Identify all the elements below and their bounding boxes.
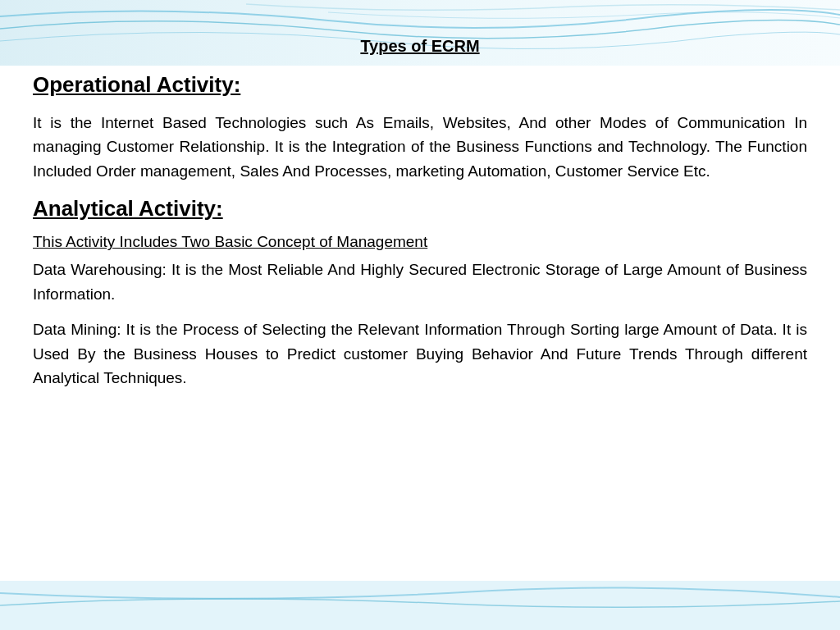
operational-body: It is the Internet Based Technologies su… [33, 111, 807, 183]
content-area: Types of ECRM Operational Activity: It i… [0, 0, 840, 427]
operational-heading: Operational Activity: [33, 72, 807, 98]
analytical-section: Analytical Activity: This Activity Inclu… [33, 196, 807, 390]
analytical-subheading: This Activity Includes Two Basic Concept… [33, 233, 807, 251]
page-title: Types of ECRM [33, 37, 807, 56]
analytical-heading: Analytical Activity: [33, 196, 807, 221]
data-mining-text: Data Mining: It is the Process of Select… [33, 317, 807, 390]
data-warehousing-text: Data Warehousing: It is the Most Reliabl… [33, 258, 807, 306]
bottom-decoration [0, 581, 840, 630]
svg-rect-1 [0, 581, 840, 630]
